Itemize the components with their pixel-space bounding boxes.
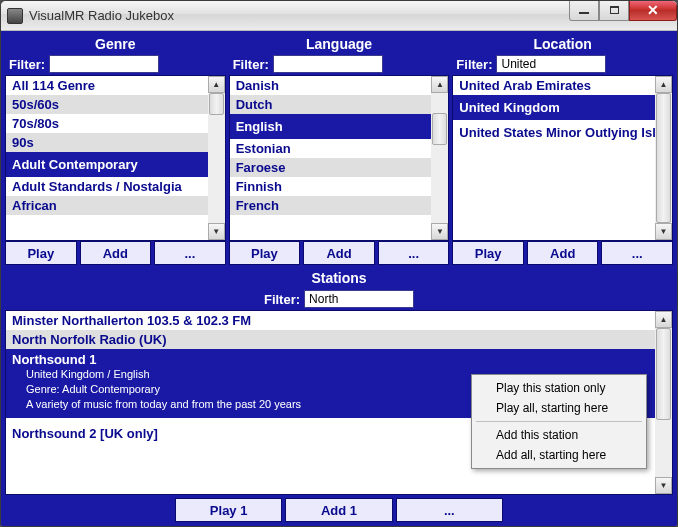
stations-scrollbar[interactable]: ▲ ▼ xyxy=(655,311,672,494)
list-item[interactable]: United Kingdom xyxy=(453,95,655,120)
list-item[interactable]: French xyxy=(230,196,432,215)
location-add-button[interactable]: Add xyxy=(527,241,599,265)
menu-item-add-all[interactable]: Add all, starting here xyxy=(474,445,644,465)
menu-item-play-all[interactable]: Play all, starting here xyxy=(474,398,644,418)
list-item[interactable]: Faroese xyxy=(230,158,432,177)
list-item[interactable]: All 114 Genre xyxy=(6,76,208,95)
genre-more-button[interactable]: ... xyxy=(154,241,226,265)
scroll-down-button[interactable]: ▼ xyxy=(431,223,448,240)
app-window: VisualMR Radio Jukebox ✕ Genre Filter: A… xyxy=(0,0,678,527)
scroll-thumb[interactable] xyxy=(432,113,447,145)
location-more-button[interactable]: ... xyxy=(601,241,673,265)
location-filter-input[interactable] xyxy=(496,55,606,73)
client-area: Genre Filter: All 114 Genre 50s/60s 70s/… xyxy=(1,31,677,526)
list-item[interactable]: Adult Standards / Nostalgia xyxy=(6,177,208,196)
genre-listbox[interactable]: All 114 Genre 50s/60s 70s/80s 90s Adult … xyxy=(5,75,226,241)
scroll-down-button[interactable]: ▼ xyxy=(655,223,672,240)
list-item[interactable]: Adult Contemporary xyxy=(6,152,208,177)
language-listbox[interactable]: Danish Dutch English Estonian Faroese Fi… xyxy=(229,75,450,241)
bottom-more-button[interactable]: ... xyxy=(396,498,503,522)
list-item[interactable]: 50s/60s xyxy=(6,95,208,114)
stations-filter-input[interactable] xyxy=(304,290,414,308)
play-one-button[interactable]: Play 1 xyxy=(175,498,282,522)
window-title: VisualMR Radio Jukebox xyxy=(29,8,569,23)
scroll-up-button[interactable]: ▲ xyxy=(655,311,672,328)
list-item[interactable]: 70s/80s xyxy=(6,114,208,133)
close-icon: ✕ xyxy=(647,2,659,18)
language-panel: Language Filter: Danish Dutch English Es… xyxy=(229,35,450,265)
location-panel: Location Filter: United Arab Emirates Un… xyxy=(452,35,673,265)
maximize-button[interactable] xyxy=(599,1,629,21)
minimize-button[interactable] xyxy=(569,1,599,21)
list-item[interactable]: English xyxy=(230,114,432,139)
language-play-button[interactable]: Play xyxy=(229,241,301,265)
genre-panel: Genre Filter: All 114 Genre 50s/60s 70s/… xyxy=(5,35,226,265)
language-add-button[interactable]: Add xyxy=(303,241,375,265)
genre-add-button[interactable]: Add xyxy=(80,241,152,265)
list-item[interactable]: 90s xyxy=(6,133,208,152)
app-icon xyxy=(7,8,23,24)
list-item[interactable]: Dutch xyxy=(230,95,432,114)
genre-play-button[interactable]: Play xyxy=(5,241,77,265)
location-filter-label: Filter: xyxy=(456,57,492,72)
scroll-up-button[interactable]: ▲ xyxy=(431,76,448,93)
list-item[interactable]: Estonian xyxy=(230,139,432,158)
menu-item-play-this[interactable]: Play this station only xyxy=(474,378,644,398)
language-more-button[interactable]: ... xyxy=(378,241,450,265)
language-filter-label: Filter: xyxy=(233,57,269,72)
list-item[interactable]: Finnish xyxy=(230,177,432,196)
language-header: Language xyxy=(229,35,450,53)
genre-scrollbar[interactable]: ▲ ▼ xyxy=(208,76,225,240)
menu-item-add-this[interactable]: Add this station xyxy=(474,425,644,445)
genre-header: Genre xyxy=(5,35,226,53)
genre-filter-label: Filter: xyxy=(9,57,45,72)
genre-filter-input[interactable] xyxy=(49,55,159,73)
scroll-up-button[interactable]: ▲ xyxy=(208,76,225,93)
scroll-up-button[interactable]: ▲ xyxy=(655,76,672,93)
location-play-button[interactable]: Play xyxy=(452,241,524,265)
scroll-down-button[interactable]: ▼ xyxy=(208,223,225,240)
filter-columns: Genre Filter: All 114 Genre 50s/60s 70s/… xyxy=(5,35,673,265)
language-scrollbar[interactable]: ▲ ▼ xyxy=(431,76,448,240)
station-name: Northsound 1 xyxy=(12,352,649,367)
bottom-button-bar: Play 1 Add 1 ... xyxy=(5,498,673,522)
menu-separator xyxy=(476,421,642,422)
scroll-thumb[interactable] xyxy=(656,328,671,420)
stations-header: Stations xyxy=(5,268,673,288)
stations-filter-label: Filter: xyxy=(264,292,300,307)
station-row[interactable]: North Norfolk Radio (UK) xyxy=(6,330,655,349)
station-row[interactable]: Minster Northallerton 103.5 & 102.3 FM xyxy=(6,311,655,330)
list-item[interactable]: United States Minor Outlying Isl xyxy=(453,120,655,145)
close-button[interactable]: ✕ xyxy=(629,1,677,21)
scroll-thumb[interactable] xyxy=(656,93,671,223)
scroll-thumb[interactable] xyxy=(209,93,224,115)
list-item[interactable]: United Arab Emirates xyxy=(453,76,655,95)
station-context-menu[interactable]: Play this station only Play all, startin… xyxy=(471,374,647,469)
location-header: Location xyxy=(452,35,673,53)
add-one-button[interactable]: Add 1 xyxy=(285,498,392,522)
titlebar[interactable]: VisualMR Radio Jukebox ✕ xyxy=(1,1,677,31)
location-scrollbar[interactable]: ▲ ▼ xyxy=(655,76,672,240)
list-item[interactable]: African xyxy=(6,196,208,215)
language-filter-input[interactable] xyxy=(273,55,383,73)
list-item[interactable]: Danish xyxy=(230,76,432,95)
location-listbox[interactable]: United Arab Emirates United Kingdom Unit… xyxy=(452,75,673,241)
scroll-down-button[interactable]: ▼ xyxy=(655,477,672,494)
